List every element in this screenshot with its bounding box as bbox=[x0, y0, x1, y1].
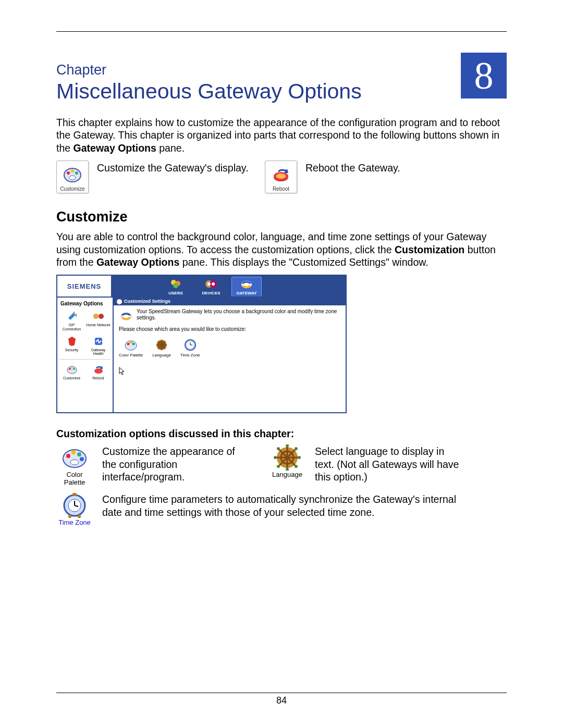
color-palette-desc: Customize the appearance of the configur… bbox=[102, 445, 248, 483]
cust-bold1: Customization bbox=[395, 244, 464, 255]
opt-label-1: Language bbox=[152, 353, 171, 357]
svg-point-30 bbox=[132, 342, 135, 345]
sidebar-item-isp-connection[interactable]: ISP Connection bbox=[59, 310, 84, 331]
sidebar-label-2: Security bbox=[59, 348, 84, 352]
sidebar-label-5: Reboot bbox=[86, 376, 111, 380]
siemens-logo: SIEMENS bbox=[57, 276, 114, 297]
chapter-title: Miscellaneous Gateway Options bbox=[56, 79, 461, 104]
svg-rect-67 bbox=[68, 515, 71, 518]
svg-point-18 bbox=[93, 314, 99, 319]
users-icon bbox=[161, 277, 191, 291]
svg-point-25 bbox=[94, 368, 103, 374]
network-icon bbox=[86, 310, 111, 323]
color-palette-caption: Color Palette bbox=[56, 471, 93, 487]
intro-paragraph: This chapter explains how to customize t… bbox=[56, 116, 507, 154]
svg-point-61 bbox=[295, 465, 298, 468]
palette-opt-icon bbox=[119, 337, 143, 353]
customized-settings-screenshot: SIEMENS USERS DEVICES bbox=[56, 275, 347, 413]
wheel-large-icon bbox=[269, 445, 305, 470]
shield-icon bbox=[59, 335, 84, 348]
devices-icon bbox=[196, 277, 226, 291]
svg-point-2 bbox=[67, 171, 70, 175]
svg-point-56 bbox=[274, 456, 277, 459]
language-desc: Select language to display in text. (Not… bbox=[315, 445, 461, 483]
svg-point-1 bbox=[69, 176, 76, 180]
reboot-button-label: Reboot bbox=[266, 186, 296, 192]
sidebar-item-security[interactable]: Security bbox=[59, 335, 84, 356]
chapter-number: 8 bbox=[474, 56, 494, 95]
svg-point-4 bbox=[75, 171, 78, 175]
top-rule bbox=[56, 31, 507, 32]
svg-point-3 bbox=[71, 169, 74, 172]
sidebar-item-reboot[interactable]: Reboot bbox=[86, 363, 111, 380]
chapter-label: Chapter bbox=[56, 62, 461, 78]
sidebar-item-gateway-health[interactable]: Gateway Health bbox=[86, 335, 111, 356]
opt-label-2: Time Zone bbox=[180, 353, 200, 357]
time-zone-caption: Time Zone bbox=[56, 519, 93, 527]
sidebar-title: Gateway Options bbox=[59, 301, 111, 306]
svg-point-60 bbox=[277, 465, 280, 468]
plug-icon bbox=[59, 310, 84, 323]
sidebar-gateway-options: Gateway Options ISP Connection Home Netw… bbox=[57, 298, 114, 412]
option-color-palette[interactable]: Color Palette bbox=[119, 337, 143, 357]
customize-button-icon: Customize bbox=[56, 161, 89, 193]
sidebar-label-0: ISP Connection bbox=[59, 323, 84, 331]
svg-point-58 bbox=[277, 447, 280, 450]
color-palette-option-icon: Color Palette bbox=[56, 445, 93, 487]
panel-header-text: Customized Settings bbox=[124, 299, 170, 304]
tab-devices-label: DEVICES bbox=[196, 291, 226, 295]
reboot-button-icon: Reboot bbox=[265, 161, 297, 193]
sidebar-label-1: Home Network bbox=[86, 323, 111, 327]
panel-prompt: Please choose which area you would like … bbox=[119, 326, 340, 332]
svg-point-22 bbox=[69, 368, 71, 370]
gateway-icon bbox=[232, 277, 261, 291]
wheel-opt-icon bbox=[152, 337, 171, 353]
svg-point-24 bbox=[73, 368, 75, 370]
time-zone-desc: Configure time parameters to automatical… bbox=[102, 493, 457, 519]
svg-point-54 bbox=[286, 445, 289, 447]
svg-point-28 bbox=[127, 342, 130, 345]
panel-header-customized-settings: Customized Settings bbox=[114, 298, 346, 305]
intro-text-b: pane. bbox=[156, 142, 185, 154]
tab-users-label: USERS bbox=[161, 291, 191, 295]
options-subheading: Customization options discussed in this … bbox=[56, 428, 507, 440]
svg-rect-16 bbox=[74, 312, 75, 315]
sidebar-label-4: Customize bbox=[59, 376, 84, 380]
customize-paragraph: You are able to control the background c… bbox=[56, 230, 507, 268]
svg-point-59 bbox=[295, 447, 298, 450]
svg-point-45 bbox=[77, 452, 81, 456]
tab-gateway[interactable]: GATEWAY bbox=[231, 277, 262, 297]
palette-small-icon bbox=[59, 363, 84, 376]
language-caption: Language bbox=[269, 471, 305, 479]
language-option-icon: Language bbox=[269, 445, 305, 479]
time-zone-option-icon: Time Zone bbox=[56, 493, 93, 527]
tab-users[interactable]: USERS bbox=[161, 277, 191, 297]
reboot-icon bbox=[266, 163, 296, 186]
palette-icon bbox=[58, 163, 87, 186]
cust-text-c: pane. This displays the "Customized Sett… bbox=[179, 256, 428, 268]
svg-point-29 bbox=[130, 341, 132, 343]
cursor-icon bbox=[119, 357, 340, 378]
reboot-desc: Reboot the Gateway. bbox=[305, 161, 400, 174]
sidebar-item-home-network[interactable]: Home Network bbox=[86, 310, 111, 331]
svg-point-23 bbox=[71, 366, 73, 368]
svg-point-14 bbox=[212, 282, 215, 286]
svg-point-13 bbox=[207, 282, 211, 286]
tab-devices[interactable]: DEVICES bbox=[196, 277, 226, 297]
cust-bold2: Gateway Options bbox=[96, 256, 179, 268]
gateway-small-icon bbox=[119, 309, 133, 323]
section-heading-customize: Customize bbox=[56, 209, 507, 225]
sidebar-item-customize[interactable]: Customize bbox=[59, 363, 84, 380]
option-language[interactable]: Language bbox=[152, 337, 171, 357]
reboot-small-icon bbox=[86, 363, 111, 376]
page-number: 84 bbox=[276, 695, 287, 706]
customize-button-label: Customize bbox=[58, 186, 87, 192]
health-icon bbox=[86, 335, 111, 348]
svg-point-46 bbox=[80, 457, 84, 461]
palette-large-icon bbox=[56, 445, 93, 470]
svg-rect-68 bbox=[78, 515, 81, 518]
svg-point-19 bbox=[99, 314, 104, 319]
svg-rect-66 bbox=[72, 493, 77, 496]
clock-large-icon bbox=[56, 493, 93, 518]
option-time-zone[interactable]: Time Zone bbox=[180, 337, 200, 357]
